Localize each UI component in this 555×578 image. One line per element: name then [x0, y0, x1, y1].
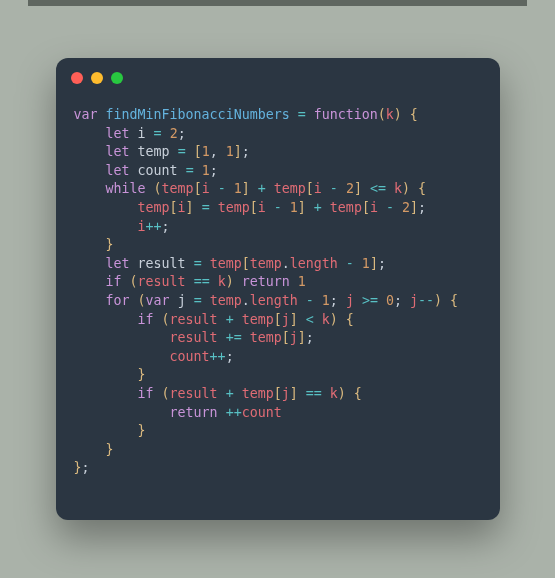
page-top-bar: [28, 0, 527, 6]
close-icon[interactable]: [71, 72, 83, 84]
code-block: var findMinFibonacciNumbers = function(k…: [74, 106, 490, 478]
code-window: var findMinFibonacciNumbers = function(k…: [56, 58, 500, 520]
minimize-icon[interactable]: [91, 72, 103, 84]
window-traffic-lights: [71, 72, 123, 84]
maximize-icon[interactable]: [111, 72, 123, 84]
